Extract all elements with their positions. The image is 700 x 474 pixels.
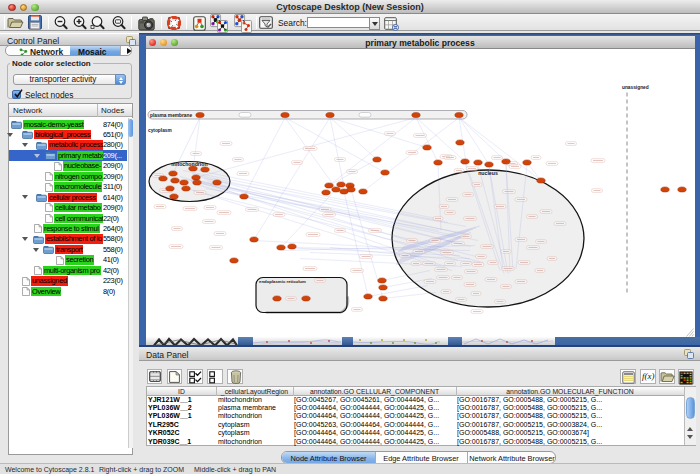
svg-text:endoplasmic reticulum: endoplasmic reticulum [259,279,306,284]
svg-text:nucleus: nucleus [478,170,498,176]
svg-text:plasma membrane: plasma membrane [150,113,192,118]
svg-text:unassigned: unassigned [622,84,649,89]
svg-text:cytoplasm: cytoplasm [148,127,172,132]
svg-text:mitochondrion: mitochondrion [171,161,207,167]
